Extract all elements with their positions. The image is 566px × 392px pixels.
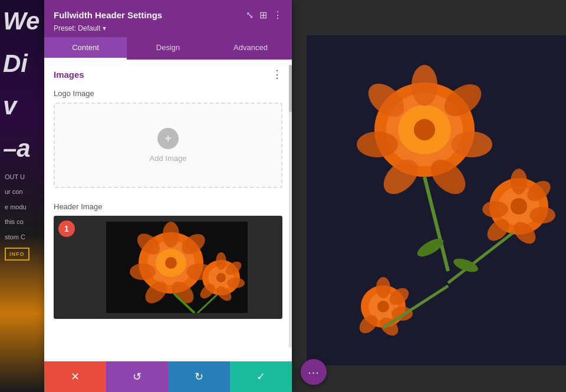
preview-text-we: We <box>0 0 44 42</box>
svg-point-39 <box>163 222 179 248</box>
svg-point-28 <box>391 307 413 321</box>
svg-point-25 <box>377 301 389 312</box>
preview-text-v: v <box>0 85 44 127</box>
svg-point-52 <box>227 278 245 288</box>
svg-point-5 <box>412 65 437 106</box>
logo-image-upload[interactable]: + Add Image <box>54 103 282 188</box>
panel-header: Fullwidth Header Settings ⤡ ⊞ ⋮ Preset: … <box>44 0 292 37</box>
svg-point-38 <box>165 257 177 269</box>
settings-panel: Fullwidth Header Settings ⤡ ⊞ ⋮ Preset: … <box>44 0 292 392</box>
website-preview: We Di v –a OUT U ur con e modu this co s… <box>0 0 44 392</box>
preview-text-di: Di <box>0 42 44 85</box>
preview-text-dash: –a <box>0 127 44 170</box>
panel-title: Fullwidth Header Settings <box>54 10 162 20</box>
svg-point-26 <box>376 277 390 298</box>
svg-point-7 <box>451 131 492 157</box>
flower-background <box>307 35 566 365</box>
scrollbar-thumb <box>289 65 292 112</box>
tabs-bar: Content Design Advanced <box>44 37 292 60</box>
flower-svg <box>307 35 566 365</box>
svg-point-16 <box>511 169 527 195</box>
expand-icon[interactable]: ⤡ <box>246 9 254 21</box>
canvas-flower-area <box>307 35 566 365</box>
fab-icon: ··· <box>308 365 320 379</box>
tab-content[interactable]: Content <box>44 37 127 60</box>
redo-button[interactable]: ↻ <box>168 361 230 392</box>
add-image-plus-icon: + <box>157 128 179 149</box>
tab-design[interactable]: Design <box>127 37 209 60</box>
svg-point-21 <box>482 201 508 218</box>
preview-sub2: e modu <box>0 200 44 215</box>
section-menu-icon[interactable]: ⋮ <box>272 68 282 81</box>
header-image-inner <box>54 216 282 319</box>
columns-icon[interactable]: ⊞ <box>259 9 267 21</box>
tab-advanced[interactable]: Advanced <box>209 37 292 60</box>
panel-content: Images ⋮ Logo Image + Add Image Header I… <box>44 60 292 361</box>
panel-title-row: Fullwidth Header Settings ⤡ ⊞ ⋮ <box>54 9 282 21</box>
fab-button[interactable]: ··· <box>301 359 327 385</box>
svg-point-15 <box>511 198 527 215</box>
preview-sub3: this co <box>0 215 44 229</box>
flower-preview-svg <box>106 222 248 313</box>
header-image-badge: 1 <box>58 220 75 237</box>
preview-sub4: stom C <box>0 230 44 245</box>
header-image-container[interactable]: 1 <box>54 216 282 319</box>
add-image-text: Add Image <box>150 154 187 163</box>
svg-point-44 <box>130 263 156 280</box>
logo-image-label: Logo Image <box>44 87 292 103</box>
info-button[interactable]: INFO <box>5 248 29 261</box>
images-section-title: Images <box>54 70 84 80</box>
save-button[interactable]: ✓ <box>230 361 292 392</box>
svg-point-49 <box>216 273 226 282</box>
svg-point-50 <box>216 252 226 270</box>
more-icon[interactable]: ⋮ <box>273 9 282 21</box>
svg-point-4 <box>414 119 435 140</box>
cancel-button[interactable]: ✕ <box>44 361 106 392</box>
svg-point-18 <box>529 207 555 223</box>
panel-preset[interactable]: Preset: Default ▾ <box>54 24 282 32</box>
undo-button[interactable]: ↺ <box>106 361 168 392</box>
svg-point-10 <box>357 131 398 157</box>
preview-sub1: ur con <box>0 185 44 199</box>
preview-about: OUT U <box>0 170 44 185</box>
header-image-label: Header Image <box>44 200 292 216</box>
flower-preview <box>106 222 248 313</box>
images-section-header: Images ⋮ <box>44 60 292 87</box>
bottom-toolbar: ✕ ↺ ↻ ✓ <box>44 361 292 392</box>
panel-scrollbar[interactable] <box>289 65 292 348</box>
panel-title-icons: ⤡ ⊞ ⋮ <box>246 9 282 21</box>
flower-preview-inner <box>106 222 248 313</box>
